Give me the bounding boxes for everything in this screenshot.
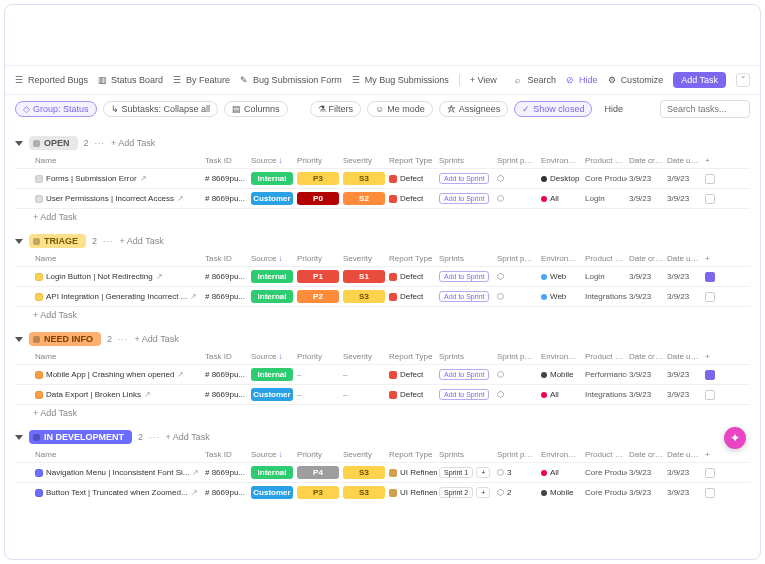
group-add-task[interactable]: + Add Task — [111, 138, 155, 148]
col-report-type[interactable]: Report Type — [387, 352, 437, 361]
columns-button[interactable]: ▤Columns — [224, 101, 288, 117]
filters-button[interactable]: ⚗Filters — [310, 101, 362, 117]
task-id[interactable]: # 8669pu... — [203, 468, 249, 477]
col-date-created[interactable]: Date creat... — [627, 254, 665, 263]
group-add-task[interactable]: + Add Task — [166, 432, 210, 442]
view-my-bug-submissions[interactable]: ☰My Bug Submissions — [352, 75, 449, 85]
add-view-button[interactable]: + View — [470, 75, 497, 85]
environment[interactable]: Web — [541, 272, 566, 281]
col-source[interactable]: Source ↓ — [249, 156, 295, 165]
source-badge[interactable]: Internal — [251, 368, 293, 381]
col-date-created[interactable]: Date creat... — [627, 352, 665, 361]
priority-badge[interactable]: P3 — [297, 172, 339, 185]
environment[interactable]: Web — [541, 292, 566, 301]
task-id[interactable]: # 8669pu... — [203, 488, 249, 497]
row-checkbox[interactable] — [705, 292, 715, 302]
environment[interactable]: All — [541, 390, 559, 399]
col-product-feature[interactable]: Product Feature — [583, 352, 627, 361]
col-report-type[interactable]: Report Type — [387, 450, 437, 459]
source-badge[interactable]: Internal — [251, 172, 293, 185]
status-dot[interactable] — [35, 293, 43, 301]
add-task-button[interactable]: Add Task — [673, 72, 726, 88]
group-menu[interactable]: ··· — [149, 432, 160, 442]
status-chip[interactable]: OPEN — [29, 136, 78, 150]
group-menu[interactable]: ··· — [103, 236, 114, 246]
task-row[interactable]: Data Export | Broken Links ↗ # 8669pu...… — [15, 384, 750, 404]
priority-badge[interactable]: P0 — [297, 192, 339, 205]
group-add-task[interactable]: + Add Task — [135, 334, 179, 344]
col-product-feature[interactable]: Product Feature — [583, 254, 627, 263]
col-environment[interactable]: Environment — [539, 450, 583, 459]
product-feature[interactable]: Core Product — [583, 488, 627, 497]
task-id[interactable]: # 8669pu... — [203, 194, 249, 203]
search-tasks-input[interactable] — [660, 100, 750, 118]
caret-down-icon[interactable] — [15, 435, 23, 440]
col-sprints[interactable]: Sprints — [437, 254, 495, 263]
sprint-points[interactable]: ⬡ 3 — [495, 468, 539, 477]
task-id[interactable]: # 8669pu... — [203, 174, 249, 183]
group-header[interactable]: NEED INFO 2 ··· + Add Task — [15, 329, 750, 349]
caret-down-icon[interactable] — [15, 141, 23, 146]
task-row[interactable]: Navigation Menu | Inconsistent Font Si..… — [15, 462, 750, 482]
col-add[interactable]: + — [703, 352, 717, 361]
row-checkbox[interactable] — [705, 194, 715, 204]
view-reported-bugs[interactable]: ☰Reported Bugs — [15, 75, 88, 85]
source-badge[interactable]: Customer — [251, 388, 293, 401]
product-feature[interactable]: Core Product — [583, 174, 627, 183]
col-name[interactable]: Name — [33, 450, 203, 459]
sprint-points[interactable]: ⬡ — [495, 272, 539, 281]
subtasks-collapse[interactable]: ↳Subtasks: Collapse all — [103, 101, 219, 117]
source-badge[interactable]: Internal — [251, 270, 293, 283]
task-row[interactable]: User Permissions | Incorrect Access ↗ # … — [15, 188, 750, 208]
add-to-sprint-button[interactable]: Add to Sprint — [439, 369, 489, 380]
task-row[interactable]: Forms | Submission Error ↗ # 8669pu... I… — [15, 168, 750, 188]
col-priority[interactable]: Priority — [295, 450, 341, 459]
col-priority[interactable]: Priority — [295, 254, 341, 263]
product-feature[interactable]: Performance — [583, 370, 627, 379]
task-name[interactable]: Button Text | Truncated when Zoomed... — [46, 488, 188, 497]
environment[interactable]: All — [541, 468, 559, 477]
open-link-icon[interactable]: ↗ — [140, 174, 147, 183]
col-sprint-points[interactable]: Sprint poin... — [495, 156, 539, 165]
add-task-row[interactable]: + Add Task — [15, 208, 750, 225]
col-environment[interactable]: Environment — [539, 254, 583, 263]
sprint-points[interactable]: ⬡ — [495, 370, 539, 379]
status-dot[interactable] — [35, 195, 43, 203]
status-dot[interactable] — [35, 489, 43, 497]
task-id[interactable]: # 8669pu... — [203, 292, 249, 301]
col-severity[interactable]: Severity — [341, 450, 387, 459]
product-feature[interactable]: Login — [583, 194, 627, 203]
open-link-icon[interactable]: ↗ — [190, 292, 197, 301]
task-row[interactable]: API Integration | Generating Incorrect .… — [15, 286, 750, 306]
product-feature[interactable]: Integrations — [583, 292, 627, 301]
status-dot[interactable] — [35, 371, 43, 379]
col-sprints[interactable]: Sprints — [437, 156, 495, 165]
sprint-more[interactable]: + — [476, 487, 490, 498]
search-button[interactable]: ⌕Search — [515, 75, 557, 85]
view-by-feature[interactable]: ☰By Feature — [173, 75, 230, 85]
customize-button[interactable]: ⚙Customize — [608, 75, 664, 85]
col-task-id[interactable]: Task ID — [203, 352, 249, 361]
view-bug-submission-form[interactable]: ✎Bug Submission Form — [240, 75, 342, 85]
col-severity[interactable]: Severity — [341, 352, 387, 361]
group-header[interactable]: IN DEVELOPMENT 2 ··· + Add Task — [15, 427, 750, 447]
open-link-icon[interactable]: ↗ — [191, 488, 198, 497]
col-priority[interactable]: Priority — [295, 352, 341, 361]
severity-badge[interactable]: S3 — [343, 290, 385, 303]
col-name[interactable]: Name — [33, 156, 203, 165]
task-name[interactable]: Data Export | Broken Links — [46, 390, 141, 399]
col-priority[interactable]: Priority — [295, 156, 341, 165]
col-sprint-points[interactable]: Sprint poin... — [495, 254, 539, 263]
col-environment[interactable]: Environment — [539, 352, 583, 361]
severity-badge[interactable]: S3 — [343, 172, 385, 185]
task-name[interactable]: Login Button | Not Redirecting — [46, 272, 153, 281]
report-type[interactable]: UI Refinem... — [389, 488, 437, 497]
col-severity[interactable]: Severity — [341, 254, 387, 263]
fab-button[interactable]: ✦ — [724, 427, 746, 449]
environment[interactable]: All — [541, 194, 559, 203]
col-task-id[interactable]: Task ID — [203, 450, 249, 459]
col-report-type[interactable]: Report Type — [387, 156, 437, 165]
environment[interactable]: Desktop — [541, 174, 579, 183]
col-add[interactable]: + — [703, 450, 717, 459]
add-to-sprint-button[interactable]: Add to Sprint — [439, 291, 489, 302]
